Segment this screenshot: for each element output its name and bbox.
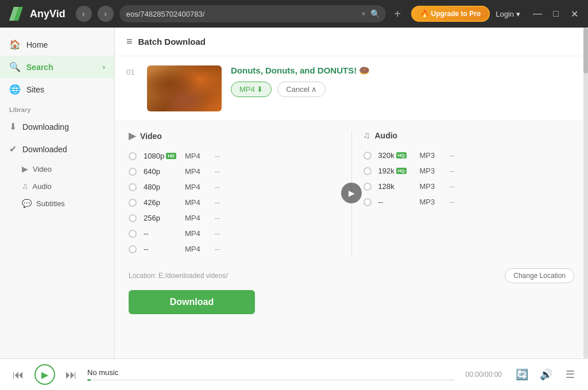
- back-button[interactable]: ‹: [76, 6, 92, 22]
- sidebar-search-label: Search: [26, 63, 53, 72]
- repeat-button[interactable]: 🔄: [513, 366, 531, 383]
- close-tab-icon[interactable]: ×: [361, 10, 365, 18]
- sidebar-item-sites[interactable]: 🌐 Sites: [0, 78, 114, 101]
- sidebar-item-downloading[interactable]: ⬇ Downloading: [0, 115, 114, 138]
- titlebar: AnyVid ‹ › eos/748285702400783/ × 🔍 + 🔥 …: [0, 0, 588, 28]
- player-bar: ⏮ ▶ ⏭ No music 00:00/00:00 🔄 🔊 ☰: [0, 358, 588, 390]
- audio-icon: ♫: [22, 182, 28, 191]
- add-tab-button[interactable]: +: [394, 7, 401, 21]
- subtitles-icon: 💬: [22, 199, 32, 208]
- search-sidebar-icon: 🔍: [9, 61, 21, 72]
- sidebar-item-home[interactable]: 🏠 Home: [0, 33, 114, 56]
- video-card: 01 ▶ Donuts, Donuts, and DONUTS! 🍩 MP4 ⬇…: [115, 56, 588, 121]
- volume-button[interactable]: 🔊: [537, 366, 555, 383]
- main-layout: 🏠 Home 🔍 Search › 🌐 Sites Library ⬇ Down…: [0, 28, 588, 358]
- downloading-icon: ⬇: [9, 121, 17, 132]
- scrollbar[interactable]: [583, 28, 588, 358]
- sites-icon: 🌐: [9, 84, 21, 95]
- playlist-button[interactable]: ☰: [562, 366, 579, 383]
- minimize-button[interactable]: —: [531, 7, 544, 21]
- downloaded-icon: ✔: [9, 144, 17, 155]
- sidebar-sub-subtitles[interactable]: 💬 Subtitles: [0, 195, 114, 212]
- sidebar-sub-audio[interactable]: ♫ Audio: [0, 177, 114, 195]
- sidebar-audio-label: Audio: [33, 182, 52, 191]
- maximize-button[interactable]: □: [549, 7, 563, 21]
- player-title: No music: [87, 368, 454, 377]
- url-container: eos/748285702400783/ × 🔍: [119, 5, 386, 22]
- logo-icon: [7, 5, 25, 23]
- login-button[interactable]: Login ▾: [496, 10, 520, 18]
- sidebar-sub-video[interactable]: ▶ Video: [0, 160, 114, 177]
- next-button[interactable]: ⏭: [62, 365, 80, 384]
- window-controls: — □ ✕: [531, 7, 581, 21]
- sidebar: 🏠 Home 🔍 Search › 🌐 Sites Library ⬇ Down…: [0, 28, 115, 358]
- sidebar-home-label: Home: [26, 40, 48, 49]
- search-icon[interactable]: 🔍: [370, 9, 380, 18]
- sidebar-video-label: Video: [33, 165, 52, 173]
- sidebar-sites-label: Sites: [26, 85, 44, 94]
- app-logo: AnyVid: [7, 5, 65, 23]
- prev-button[interactable]: ⏮: [9, 365, 28, 384]
- player-time: 00:00/00:00: [466, 370, 502, 379]
- content-area: ≡ Batch Download 01 ▶ Donuts, Donuts, an…: [115, 28, 588, 358]
- play-overlay: ▶: [115, 28, 588, 358]
- url-display: eos/748285702400783/: [119, 5, 386, 22]
- chevron-right-icon: ›: [103, 63, 105, 71]
- app-name: AnyVid: [30, 8, 65, 20]
- close-button[interactable]: ✕: [567, 7, 581, 21]
- sidebar-subtitles-label: Subtitles: [36, 199, 65, 208]
- sidebar-downloading-label: Downloading: [22, 122, 69, 132]
- scrollbar-thumb[interactable]: [583, 28, 588, 74]
- library-divider: Library: [0, 101, 114, 115]
- video-icon: ▶: [22, 164, 28, 173]
- sidebar-item-downloaded[interactable]: ✔ Downloaded: [0, 138, 114, 160]
- home-icon: 🏠: [9, 39, 21, 50]
- forward-button[interactable]: ›: [98, 6, 114, 22]
- sidebar-item-search[interactable]: 🔍 Search ›: [0, 56, 114, 78]
- video-thumbnail: ▶: [147, 65, 222, 111]
- upgrade-button[interactable]: 🔥 Upgrade to Pro: [411, 6, 490, 22]
- play-circle: ▶: [341, 183, 362, 203]
- sidebar-downloaded-label: Downloaded: [22, 145, 67, 154]
- play-button[interactable]: ▶: [34, 364, 55, 385]
